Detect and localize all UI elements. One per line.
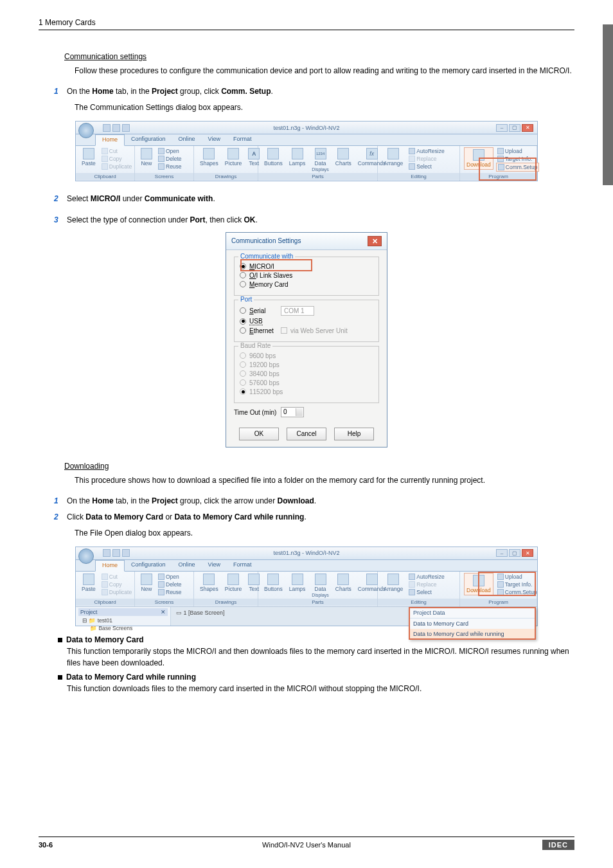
- tab-home[interactable]: Home: [95, 134, 125, 146]
- option-microi[interactable]: MICRO/I: [240, 263, 373, 270]
- delete-button[interactable]: Delete: [157, 155, 183, 163]
- select-button[interactable]: Select: [407, 163, 445, 170]
- serial-port-select[interactable]: COM 1: [281, 306, 314, 316]
- upload-button[interactable]: Upload: [496, 573, 538, 581]
- app-orb-icon[interactable]: [78, 548, 94, 564]
- autoresize-button[interactable]: AutoResize: [407, 573, 445, 581]
- new-button[interactable]: New: [139, 573, 154, 593]
- tab-home[interactable]: Home: [95, 560, 125, 572]
- comm-setup-button[interactable]: Comm.Setup: [496, 163, 540, 172]
- paste-button[interactable]: Paste: [80, 573, 98, 593]
- tab-format[interactable]: Format: [227, 134, 258, 145]
- picture-button[interactable]: Picture: [223, 147, 244, 167]
- pane-close-icon[interactable]: ✕: [161, 609, 166, 615]
- project-tree-root[interactable]: ⊟ 📁 test01: [78, 616, 168, 624]
- reuse-button[interactable]: Reuse: [157, 588, 183, 596]
- group-program: Program: [460, 173, 537, 180]
- data-button[interactable]: 1234DataDisplays: [310, 147, 330, 172]
- delete-button[interactable]: Delete: [157, 581, 183, 588]
- shapes-button[interactable]: Shapes: [198, 147, 220, 167]
- group-drawings: Drawings: [194, 599, 258, 606]
- qat-redo-icon[interactable]: [122, 549, 130, 557]
- option-memory-card[interactable]: Memory Card: [240, 281, 373, 288]
- targetinfo-button[interactable]: Target Info.: [496, 155, 540, 163]
- targetinfo-icon: [497, 156, 504, 162]
- option-usb[interactable]: USB: [240, 318, 373, 325]
- tab-format[interactable]: Format: [227, 560, 258, 571]
- replace-button[interactable]: Replace: [407, 155, 445, 163]
- duplicate-button[interactable]: Duplicate: [100, 588, 133, 596]
- option-ovi-link-slaves[interactable]: O/I Link Slaves: [240, 272, 373, 279]
- download-button[interactable]: Download: [464, 147, 493, 170]
- autoresize-button[interactable]: AutoResize: [407, 147, 445, 155]
- tab-online[interactable]: Online: [172, 560, 202, 571]
- app-orb-icon[interactable]: [78, 123, 94, 138]
- lamps-button[interactable]: Lamps: [287, 147, 308, 167]
- cancel-button[interactable]: Cancel: [287, 428, 326, 440]
- upload-button[interactable]: Upload: [496, 147, 540, 155]
- charts-button[interactable]: Charts: [333, 147, 353, 167]
- charts-button[interactable]: Charts: [333, 573, 353, 593]
- qat-undo-icon[interactable]: [112, 549, 120, 557]
- group-parts: Parts: [258, 599, 377, 606]
- window-minimize-icon[interactable]: –: [496, 124, 508, 132]
- help-button[interactable]: Help: [334, 428, 374, 440]
- targetinfo-button[interactable]: Target Info.: [496, 581, 538, 588]
- buttons-icon: [267, 574, 279, 585]
- qat-save-icon[interactable]: [103, 124, 111, 132]
- menu-item-data-to-memory-card-running[interactable]: Data to Memory Card while running: [409, 629, 535, 639]
- arrange-button[interactable]: Arrange: [382, 147, 405, 167]
- buttons-button[interactable]: Buttons: [262, 147, 285, 167]
- paste-icon: [83, 148, 94, 159]
- cut-button[interactable]: Cut: [100, 573, 133, 581]
- tab-online[interactable]: Online: [172, 134, 202, 145]
- project-tree-base[interactable]: 📁 Base Screens: [78, 624, 168, 631]
- tab-view[interactable]: View: [202, 134, 227, 145]
- menu-item-data-to-memory-card[interactable]: Data to Memory Card: [409, 619, 535, 629]
- window-maximize-icon[interactable]: ▢: [509, 124, 520, 132]
- timeout-stepper[interactable]: 0: [281, 407, 304, 417]
- buttons-button[interactable]: Buttons: [262, 573, 285, 593]
- reuse-button[interactable]: Reuse: [157, 163, 183, 170]
- checkbox-via-web[interactable]: [281, 327, 287, 334]
- window-minimize-icon[interactable]: –: [496, 549, 508, 557]
- arrange-button[interactable]: Arrange: [382, 573, 405, 593]
- arrange-icon: [387, 574, 399, 585]
- qat-undo-icon[interactable]: [112, 124, 120, 132]
- duplicate-button[interactable]: Duplicate: [100, 163, 133, 170]
- radio-icon: [240, 272, 246, 278]
- ok-button[interactable]: OK: [239, 428, 279, 440]
- copy-button[interactable]: Copy: [100, 155, 133, 163]
- side-tab-graphic: [603, 24, 613, 185]
- comm-setup-button[interactable]: Comm.Setup: [496, 588, 538, 596]
- new-button[interactable]: New: [139, 147, 154, 167]
- cut-button[interactable]: Cut: [100, 147, 133, 155]
- window-close-icon[interactable]: ✕: [522, 549, 533, 557]
- data-button[interactable]: DataDisplays: [310, 573, 330, 598]
- option-ethernet[interactable]: Ethernetvia Web Server Unit: [240, 327, 373, 334]
- tab-view[interactable]: View: [202, 560, 227, 571]
- qat-redo-icon[interactable]: [122, 124, 130, 132]
- paste-button[interactable]: Paste: [80, 147, 98, 167]
- window-close-icon[interactable]: ✕: [522, 124, 533, 132]
- tab-configuration[interactable]: Configuration: [125, 134, 172, 145]
- picture-button[interactable]: Picture: [223, 573, 244, 593]
- download-button[interactable]: Download: [464, 573, 493, 595]
- window-maximize-icon[interactable]: ▢: [509, 549, 520, 557]
- lamps-button[interactable]: Lamps: [287, 573, 308, 593]
- download-dropdown-menu: Project Data Data to Memory Card Data to…: [409, 607, 536, 640]
- dialog-close-icon[interactable]: ✕: [368, 236, 382, 246]
- tab-configuration[interactable]: Configuration: [125, 560, 172, 571]
- qat-save-icon[interactable]: [103, 549, 111, 557]
- window-title: test01.n3g - WindO/I-NV2: [273, 125, 339, 131]
- shapes-button[interactable]: Shapes: [198, 573, 220, 593]
- open-button[interactable]: Open: [157, 147, 183, 155]
- select-button[interactable]: Select: [407, 588, 445, 596]
- workspace-tab[interactable]: ▭ 1 [Base Screen]: [171, 607, 225, 626]
- replace-button[interactable]: Replace: [407, 581, 445, 588]
- option-serial[interactable]: SerialCOM 1: [240, 306, 373, 316]
- radio-icon: [240, 318, 246, 325]
- open-button[interactable]: Open: [157, 573, 183, 581]
- section-downloading: Downloading: [64, 462, 574, 471]
- copy-button[interactable]: Copy: [100, 581, 133, 588]
